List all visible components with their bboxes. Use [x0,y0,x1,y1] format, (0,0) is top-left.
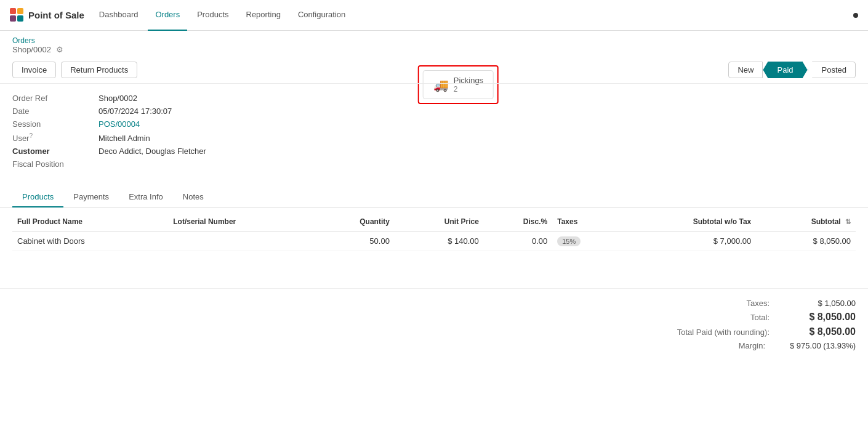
col-header-subtotal-wot: Subtotal w/o Tax [619,212,756,232]
nav-item-products[interactable]: Products [190,0,236,31]
invoice-button[interactable]: Invoice [12,62,56,78]
pickings-count: 2 [454,85,483,94]
order-user-row: User? Mitchell Admin [12,132,856,143]
action-bar: Invoice Return Products New Paid Posted [0,57,868,84]
cell-taxes: 15% [552,232,619,251]
order-ref-label: Order Ref [12,94,98,103]
total-row: Total: $ 8,050.00 [12,312,856,323]
cell-subtotal: $ 8,050.00 [756,232,856,251]
table-header-row: Full Product Name Lot/serial Number Quan… [12,212,856,232]
total-value: $ 8,050.00 [794,312,856,323]
status-pipeline: New Paid Posted [728,62,856,78]
table-row: Cabinet with Doors 50.00 $ 140.00 0.00 1… [12,232,856,251]
tab-notes[interactable]: Notes [173,187,214,207]
svg-rect-1 [17,8,23,14]
total-paid-label: Total Paid (with rounding): [646,328,770,337]
app-logo[interactable]: Point of Sale [10,8,84,23]
margin-row: Margin: $ 975.00 (13.93%) [12,341,856,350]
svg-rect-0 [10,8,16,14]
user-tooltip: ? [29,132,33,139]
cell-subtotal-wot: $ 7,000.00 [619,232,756,251]
settings-gear-icon[interactable]: ⚙ [56,45,63,54]
taxes-total-value: $ 1,050.00 [794,299,856,308]
nav-item-orders[interactable]: Orders [148,0,187,31]
return-products-button[interactable]: Return Products [61,62,137,78]
order-session-value[interactable]: POS/00004 [98,119,140,129]
order-session-label: Session [12,119,98,129]
cell-product-name: Cabinet with Doors [12,232,168,251]
status-new-button[interactable]: New [728,62,763,78]
tax-badge: 15% [557,236,581,246]
order-date-label: Date [12,107,98,116]
cell-unit-price: $ 140.00 [395,232,484,251]
order-fiscal-label: Fiscal Position [12,159,98,169]
order-user-label: User? [12,132,98,143]
logo-icon [10,8,25,23]
tab-extra-info[interactable]: Extra Info [119,187,173,207]
col-header-taxes: Taxes [552,212,619,232]
top-navbar: Point of Sale Dashboard Orders Products … [0,0,868,31]
margin-label: Margin: [642,341,765,350]
products-table-container: Full Product Name Lot/serial Number Quan… [0,212,868,251]
total-label: Total: [646,313,770,322]
margin-value: $ 975.00 (13.93%) [790,341,856,350]
tabs-bar: Products Payments Extra Info Notes [0,187,868,207]
cell-disc: 0.00 [484,232,552,251]
order-customer-value: Deco Addict, Douglas Fletcher [98,147,206,156]
total-paid-value: $ 8,050.00 [794,326,856,337]
nav-right [853,13,858,18]
taxes-total-label: Taxes: [646,299,770,308]
cell-lot-number [168,232,315,251]
col-header-subtotal: Subtotal ⇅ [756,212,856,232]
cell-quantity: 50.00 [315,232,395,251]
taxes-total-row: Taxes: $ 1,050.00 [12,299,856,308]
col-header-disc: Disc.% [484,212,552,232]
tab-products[interactable]: Products [12,187,63,207]
order-customer-row: Customer Deco Addict, Douglas Fletcher [12,147,856,156]
nav-item-dashboard[interactable]: Dashboard [92,0,146,31]
col-header-quantity: Quantity [315,212,395,232]
svg-rect-3 [17,15,23,22]
total-paid-row: Total Paid (with rounding): $ 8,050.00 [12,326,856,337]
order-ref-title: Shop/0002 [12,45,51,54]
nav-item-configuration[interactable]: Configuration [291,0,353,31]
order-date-row: Date 05/07/2024 17:30:07 [12,107,856,116]
order-customer-label: Customer [12,147,98,156]
order-user-value: Mitchell Admin [98,134,150,143]
order-ref-value: Shop/0002 [98,94,137,103]
table-body: Cabinet with Doors 50.00 $ 140.00 0.00 1… [12,232,856,251]
app-title: Point of Sale [28,10,84,20]
order-date-value: 05/07/2024 17:30:07 [98,107,172,116]
totals-section: Taxes: $ 1,050.00 Total: $ 8,050.00 Tota… [0,288,868,364]
col-header-unit-price: Unit Price [395,212,484,232]
order-fiscal-row: Fiscal Position [12,159,856,169]
status-paid-button[interactable]: Paid [763,62,807,78]
nav-item-reporting[interactable]: Reporting [239,0,288,31]
col-header-product-name: Full Product Name [12,212,168,232]
page-subtitle: Shop/0002 ⚙ [12,45,856,54]
svg-rect-2 [10,15,16,22]
col-header-lot-number: Lot/serial Number [168,212,315,232]
products-table: Full Product Name Lot/serial Number Quan… [12,212,856,251]
order-session-row: Session POS/00004 [12,119,856,129]
page-header: Orders Shop/0002 ⚙ [0,31,868,54]
nav-indicator [853,13,858,18]
tab-payments[interactable]: Payments [63,187,119,207]
status-posted-button[interactable]: Posted [808,62,856,78]
sort-icon[interactable]: ⇅ [845,218,851,225]
breadcrumb[interactable]: Orders [12,36,35,45]
main-area: 🚚 Pickings 2 Orders Shop/0002 ⚙ Invoice … [0,31,868,447]
